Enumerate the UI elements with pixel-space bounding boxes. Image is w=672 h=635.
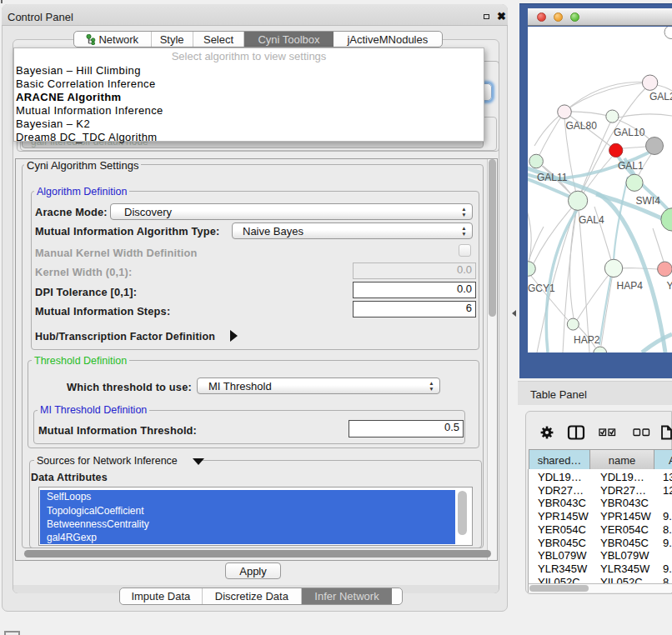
svg-text:GAL1: GAL1 (618, 160, 644, 172)
svg-text:SWI4: SWI4 (636, 195, 661, 207)
svg-text:GAL2: GAL2 (649, 91, 672, 102)
svg-text:GAL10: GAL10 (614, 127, 645, 138)
svg-text:GAL4: GAL4 (579, 214, 604, 226)
svg-text:GAL11: GAL11 (537, 172, 568, 183)
svg-text:HAP4: HAP4 (617, 280, 644, 292)
svg-text:GAL80: GAL80 (566, 120, 598, 132)
svg-text:HAP2: HAP2 (574, 334, 600, 346)
svg-text:GCY1: GCY1 (528, 282, 555, 294)
svg-text:YM: YM (667, 280, 672, 292)
